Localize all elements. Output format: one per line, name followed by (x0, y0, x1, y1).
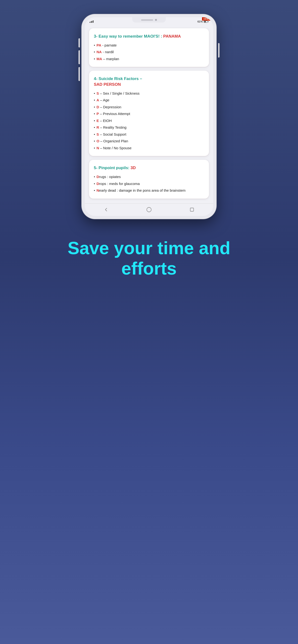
phone-screen: 61% DEBUG 3- Easy way to remember MAOI'S… (85, 17, 213, 216)
item-text: - nardil (102, 50, 114, 54)
card-3d-title-highlight: 3D (130, 166, 136, 170)
card-panama-title-prefix: 3- Easy way to remember MAOI'S! : (94, 34, 163, 38)
list-item: • Nearly dead : damage in the pons area … (94, 188, 204, 193)
list-item: • S – Social Support (94, 132, 204, 137)
notch (132, 17, 166, 22)
item-text: – Reality Testing (99, 125, 126, 130)
item-letter: P (96, 112, 99, 116)
list-item: • E – EtOH (94, 118, 204, 124)
item-text: early dead : damage in the pons area of … (99, 188, 186, 192)
item-text: rugs : opiates (99, 175, 121, 179)
recent-apps-button[interactable] (189, 206, 195, 213)
bullet-icon: • (94, 118, 95, 124)
save-time-line1: Save your time and (68, 238, 231, 258)
item-letter: R (96, 125, 99, 130)
list-item: • MA – marplan (94, 56, 204, 62)
item-text: – marplan (102, 57, 119, 61)
list-item: • PA - parnate (94, 43, 204, 48)
status-bar: 61% DEBUG (85, 17, 213, 26)
volume-down-button (78, 67, 80, 81)
item-content: MA – marplan (96, 56, 119, 62)
item-letter: A (96, 98, 99, 102)
list-item: • O – Organized Plan (94, 138, 204, 144)
card-sad-person-title: 4- Suicide Risk Factors – SAD PERSON (94, 76, 204, 88)
svg-rect-1 (190, 208, 194, 211)
bullet-icon: • (94, 174, 95, 180)
speaker (141, 20, 153, 20)
list-item: • D – Depression (94, 104, 204, 110)
bottom-navigation (85, 204, 213, 216)
card-panama: 3- Easy way to remember MAOI'S! : PANAMA… (89, 28, 209, 67)
item-letter: D (96, 105, 99, 109)
item-letter: N (96, 146, 99, 150)
battery-icon (204, 20, 209, 23)
save-time-line2: efforts (121, 258, 177, 278)
item-letter: E (96, 118, 99, 123)
card-3d-items: • Drugs : opiates • Drops : meds for gla… (94, 174, 204, 193)
item-text: – Social Support (99, 132, 126, 136)
debug-badge: DEBUG (202, 17, 213, 20)
bullet-icon: • (94, 91, 95, 96)
card-panama-title: 3- Easy way to remember MAOI'S! : PANAMA (94, 34, 204, 39)
bullet-icon: • (94, 132, 95, 137)
svg-point-0 (146, 208, 151, 212)
phone-frame: 61% DEBUG 3- Easy way to remember MAOI'S… (82, 14, 216, 219)
item-letter: NA (96, 50, 102, 54)
bullet-icon: • (94, 56, 95, 62)
list-item: • NA - nardil (94, 49, 204, 55)
item-letter: S (96, 91, 99, 95)
item-letter: S (96, 132, 99, 136)
list-item: • S – Sex / Single / Sickness (94, 91, 204, 96)
bullet-icon: • (94, 104, 95, 110)
item-letter: D (96, 175, 99, 179)
card-3d: 5- Pinpoint pupils: 3D • Drugs : opiates… (89, 160, 209, 198)
home-button[interactable] (146, 206, 152, 213)
list-item: • A – Age (94, 98, 204, 103)
bullet-icon: • (94, 146, 95, 151)
card-sad-person-title-prefix: 4- Suicide Risk Factors – (94, 76, 142, 81)
item-text: – Organized Plan (99, 139, 128, 143)
save-time-heading: Save your time and efforts (68, 238, 231, 279)
bullet-icon: • (94, 125, 95, 130)
item-text: – Depression (99, 105, 121, 109)
item-text: – Age (99, 98, 109, 102)
card-sad-person-title-highlight: SAD PERSON (94, 82, 121, 87)
bullet-icon: • (94, 43, 95, 48)
item-text: rops : meds for glaucoma (99, 182, 140, 186)
bullet-icon: • (94, 111, 95, 117)
item-text: – Sex / Single / Sickness (99, 91, 139, 95)
back-button[interactable] (103, 206, 109, 213)
bullet-icon: • (94, 188, 95, 193)
item-letter: N (96, 188, 99, 192)
item-text: - parnate (101, 43, 117, 47)
card-panama-items: • PA - parnate • NA - nardil • MA – marp… (94, 43, 204, 62)
bullet-icon: • (94, 181, 95, 187)
bullet-icon: • (94, 138, 95, 144)
item-text: – EtOH (99, 118, 112, 123)
item-letter: MA (96, 57, 102, 61)
item-content: PA - parnate (96, 43, 117, 48)
volume-up-button (78, 50, 80, 64)
card-3d-title: 5- Pinpoint pupils: 3D (94, 165, 204, 171)
scroll-content: 3- Easy way to remember MAOI'S! : PANAMA… (85, 26, 213, 204)
list-item: • P – Previous Attempt (94, 111, 204, 117)
list-item: • Drops : meds for glaucoma (94, 181, 204, 187)
list-item: • N – Note / No Spouse (94, 146, 204, 151)
bullet-icon: • (94, 98, 95, 103)
card-panama-title-highlight: PANAMA (163, 34, 181, 38)
battery-percent: 61% (198, 20, 203, 23)
status-signal (89, 20, 94, 23)
item-text: – Note / No Spouse (99, 146, 131, 150)
silent-button (78, 38, 80, 48)
list-item: • R – Reality Testing (94, 125, 204, 130)
item-letter: PA (96, 43, 101, 47)
list-item: • Drugs : opiates (94, 174, 204, 180)
save-time-section: Save your time and efforts (49, 238, 250, 644)
card-sad-person: 4- Suicide Risk Factors – SAD PERSON • S… (89, 71, 209, 156)
item-text: – Previous Attempt (99, 112, 130, 116)
bullet-icon: • (94, 49, 95, 55)
item-letter: O (96, 139, 99, 143)
card-3d-title-prefix: 5- Pinpoint pupils: (94, 166, 130, 170)
card-sad-person-items: • S – Sex / Single / Sickness • A – Age … (94, 91, 204, 151)
power-button (218, 43, 220, 58)
